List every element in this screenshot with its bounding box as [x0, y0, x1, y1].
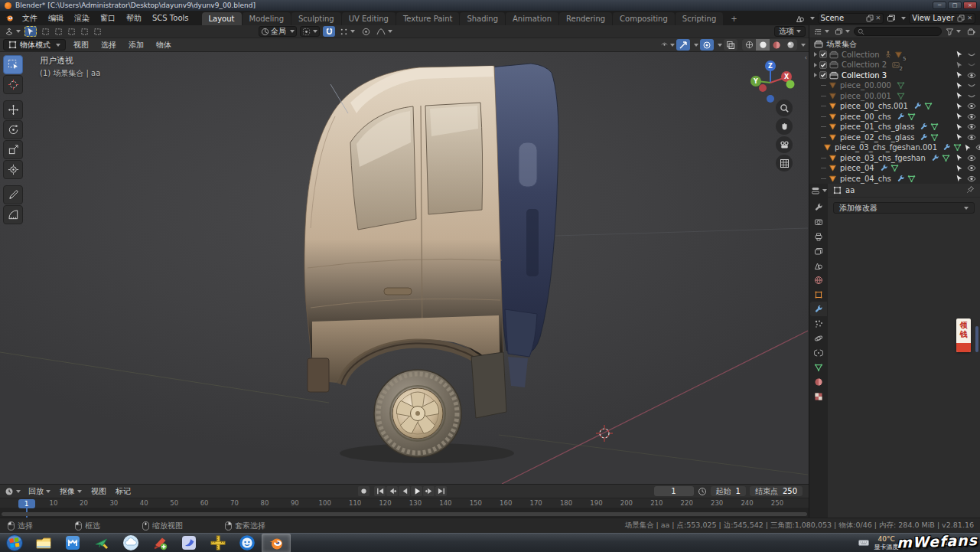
add-modifier-dropdown[interactable]: 添加修改器 — [833, 202, 975, 214]
checkbox-icon[interactable] — [819, 51, 827, 58]
tool-select-box[interactable] — [3, 55, 23, 74]
tool-transform[interactable] — [3, 160, 23, 179]
taskbar-maxthon-button[interactable] — [58, 534, 87, 552]
play-reverse-button[interactable] — [399, 486, 410, 496]
next-keyframe-button[interactable] — [423, 486, 435, 496]
frame-start-field[interactable]: 起始1 — [711, 486, 746, 496]
current-frame-indicator[interactable]: 1 — [18, 499, 35, 508]
visibility-closed-icon[interactable] — [967, 61, 976, 68]
close-button[interactable]: × — [963, 2, 977, 9]
shading-wireframe[interactable] — [742, 39, 756, 51]
outliner-display-mode-dropdown[interactable] — [812, 26, 831, 37]
visibility-eye-icon[interactable] — [967, 175, 976, 182]
gizmo-dropdown-icon[interactable] — [694, 44, 698, 47]
selectable-icon[interactable] — [956, 123, 963, 131]
properties-tab-scene[interactable] — [810, 258, 827, 273]
mode-dropdown[interactable]: 物体模式 — [3, 39, 66, 51]
properties-tab-constraints[interactable] — [810, 345, 827, 360]
falloff-dropdown[interactable] — [375, 26, 394, 37]
keyboard-tray-icon[interactable] — [858, 539, 869, 547]
visibility-eye-icon[interactable] — [967, 123, 976, 130]
selectable-icon[interactable] — [956, 71, 963, 79]
shading-rendered[interactable] — [783, 39, 797, 51]
visibility-eye-icon[interactable] — [967, 103, 976, 109]
tab-sculpting[interactable]: Sculpting — [291, 12, 341, 25]
tab-shading[interactable]: Shading — [460, 12, 505, 25]
outliner-row-root[interactable]: 场景集合 — [809, 39, 980, 50]
tab-modeling[interactable]: Modeling — [243, 12, 291, 25]
select-mode-invert[interactable] — [78, 26, 90, 37]
shading-solid[interactable] — [756, 39, 770, 51]
tool-rotate[interactable] — [3, 120, 23, 139]
selectable-icon[interactable] — [956, 175, 963, 182]
tool-scale[interactable] — [3, 140, 23, 159]
checkbox-icon[interactable] — [819, 61, 827, 69]
select-mode-subtract[interactable] — [65, 26, 77, 37]
checkbox-icon[interactable] — [819, 71, 827, 79]
selectable-icon[interactable] — [956, 113, 963, 120]
current-frame-field[interactable]: 1 — [654, 486, 694, 496]
tab-uv-editing[interactable]: UV Editing — [342, 12, 396, 25]
selectable-icon[interactable] — [956, 133, 963, 141]
selectable-icon[interactable] — [956, 82, 963, 90]
tool-move[interactable] — [3, 100, 23, 119]
properties-tab-physics[interactable] — [810, 331, 827, 345]
outliner-row[interactable]: piece_03_chs_fgeshan — [809, 153, 980, 164]
outliner-row[interactable]: piece_02_chs_glass — [809, 132, 980, 143]
viewport-menu-[interactable]: 选择 — [95, 39, 122, 51]
outliner-row[interactable]: Collection 2 2 — [809, 60, 980, 70]
proportional-editing-toggle[interactable] — [360, 26, 372, 37]
visibility-eye-icon[interactable] — [967, 113, 976, 120]
options-dropdown[interactable]: 选项 — [774, 26, 806, 37]
copy-icon[interactable] — [866, 15, 874, 22]
copy-icon[interactable] — [957, 15, 965, 22]
expand-icon[interactable] — [814, 73, 817, 77]
taskbar-measure-app-button[interactable] — [203, 534, 233, 552]
properties-tab-texture[interactable] — [810, 389, 827, 403]
snap-settings-dropdown[interactable] — [338, 26, 357, 37]
outliner-row[interactable]: piece_00_chs.001 — [809, 101, 980, 112]
scene-field[interactable]: Scene ✕ — [818, 13, 884, 24]
properties-tab-output[interactable] — [810, 229, 827, 243]
menu-[interactable]: 窗口 — [95, 12, 121, 24]
add-workspace-button[interactable]: + — [724, 12, 744, 25]
properties-tab-object[interactable] — [810, 287, 827, 302]
viewport-canvas[interactable]: 用户透视 (1) 场景集合 | aa — [0, 52, 809, 484]
nav-grid-button[interactable] — [776, 155, 793, 171]
blender-menu-button[interactable] — [3, 13, 15, 24]
visibility-closed-icon[interactable] — [967, 51, 976, 58]
nav-camera-button[interactable] — [776, 136, 793, 153]
visibility-eye-icon[interactable] — [967, 155, 976, 162]
visibility-eye-icon[interactable] — [967, 72, 976, 79]
outliner-filter-id-dropdown[interactable] — [833, 26, 851, 37]
jump-start-button[interactable] — [374, 486, 386, 496]
shading-material[interactable] — [770, 39, 783, 51]
minimize-button[interactable]: ─ — [933, 2, 946, 9]
timeline-menu-[interactable]: 回放 — [24, 485, 55, 498]
show-gizmo-toggle[interactable] — [676, 39, 690, 51]
viewport-menu-[interactable]: 添加 — [122, 39, 150, 51]
jump-end-button[interactable] — [435, 486, 447, 496]
editor-type-button[interactable] — [3, 26, 22, 37]
outliner-row[interactable]: piece_00_chs — [809, 112, 980, 122]
viewport-menu-[interactable]: 物体 — [150, 39, 177, 51]
selectable-icon[interactable] — [956, 103, 963, 110]
maximize-button[interactable]: □ — [948, 2, 962, 9]
ad-sticker[interactable]: 领 钱 — [956, 318, 971, 352]
selectable-icon[interactable] — [956, 61, 963, 69]
scene-dropdown-icon[interactable] — [810, 17, 815, 20]
selectable-icon[interactable] — [956, 165, 963, 172]
taskbar-browser-app-button[interactable] — [233, 534, 262, 552]
frame-end-field[interactable]: 结束点250 — [750, 486, 803, 496]
select-mode-intersect[interactable] — [91, 26, 103, 37]
timeline-menu-[interactable]: 抠像 — [55, 485, 86, 498]
taskbar-painter-app-button[interactable] — [145, 534, 174, 552]
select-mode-set[interactable] — [39, 26, 51, 37]
selectable-icon[interactable] — [964, 144, 972, 152]
outliner-filter-dropdown[interactable] — [944, 26, 962, 37]
taskbar-start-button[interactable] — [0, 534, 29, 552]
nav-zoom-button[interactable] — [776, 100, 793, 116]
use-preview-range-icon[interactable] — [698, 487, 707, 496]
xray-toggle[interactable] — [724, 39, 737, 51]
tool-measure[interactable] — [3, 205, 23, 224]
